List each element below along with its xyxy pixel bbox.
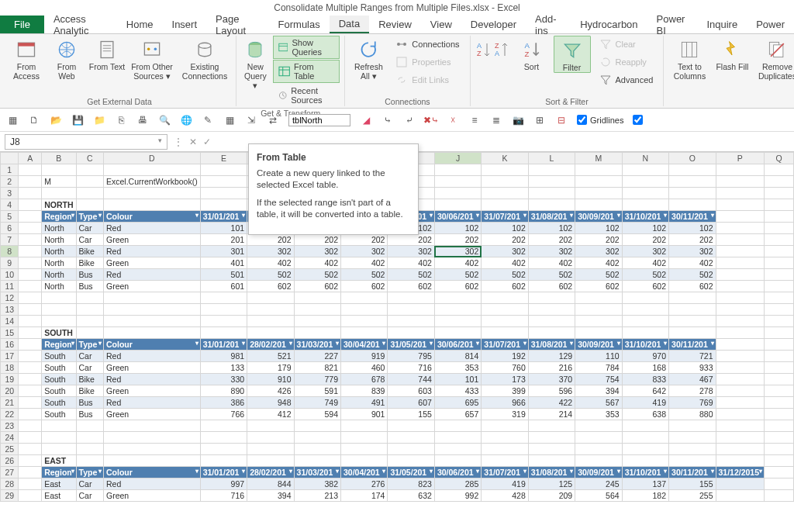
cell-Q19[interactable]: [764, 374, 793, 385]
row-header-4[interactable]: 4: [1, 199, 19, 211]
cell-A7[interactable]: [19, 234, 42, 246]
cell-O18[interactable]: 933: [669, 362, 716, 374]
cell-A4[interactable]: [19, 199, 42, 211]
cell-G17[interactable]: 227: [294, 351, 340, 362]
cell-J3[interactable]: [434, 188, 481, 199]
cell-J26[interactable]: [434, 455, 481, 467]
cell-E5[interactable]: 31/01/201: [200, 211, 247, 223]
row-header-2[interactable]: 2: [1, 176, 19, 188]
cell-M27[interactable]: 30/09/201: [575, 467, 622, 478]
folder-icon[interactable]: 📁: [93, 114, 105, 126]
cell-D13[interactable]: [104, 304, 201, 316]
cell-B8[interactable]: North: [42, 246, 76, 257]
cell-N18[interactable]: 168: [622, 362, 668, 374]
cell-J28[interactable]: 285: [434, 478, 481, 490]
cell-Q27[interactable]: [764, 467, 793, 478]
cell-I16[interactable]: 31/05/201: [388, 339, 434, 351]
cell-K26[interactable]: [482, 455, 528, 467]
existing-connections-button[interactable]: Existing Connections: [178, 36, 231, 81]
cell-E11[interactable]: 601: [200, 281, 247, 292]
cell-N12[interactable]: [622, 292, 668, 304]
cell-L14[interactable]: [528, 316, 575, 327]
cell-O11[interactable]: 602: [669, 281, 716, 292]
cell-F7[interactable]: 202: [247, 234, 294, 246]
cell-J1[interactable]: [434, 164, 481, 176]
text-to-columns-button[interactable]: Text to Columns: [668, 36, 710, 81]
cell-E22[interactable]: 766: [200, 409, 247, 420]
cell-B18[interactable]: South: [42, 362, 76, 374]
cell-P7[interactable]: [716, 234, 764, 246]
cell-N20[interactable]: 642: [622, 385, 668, 397]
cell-A11[interactable]: [19, 281, 42, 292]
tab-developer[interactable]: Developer: [461, 16, 526, 33]
cell-L16[interactable]: 31/08/201: [528, 339, 575, 351]
cell-K7[interactable]: 202: [482, 234, 528, 246]
cell-C17[interactable]: Car: [76, 351, 103, 362]
cell-J21[interactable]: 695: [434, 397, 481, 409]
cell-E3[interactable]: [200, 188, 247, 199]
cell-I9[interactable]: 402: [388, 257, 434, 269]
cell-Q5[interactable]: [764, 211, 793, 223]
cell-O24[interactable]: [669, 432, 716, 444]
cell-A27[interactable]: [19, 467, 42, 478]
cell-M24[interactable]: [575, 432, 622, 444]
cell-G27[interactable]: 31/03/201: [294, 467, 340, 478]
col-header-L[interactable]: L: [528, 153, 575, 164]
cell-C1[interactable]: [76, 164, 103, 176]
cell-M25[interactable]: [575, 444, 622, 455]
cell-O7[interactable]: 202: [669, 234, 716, 246]
row-header-25[interactable]: 25: [1, 444, 19, 455]
cell-O25[interactable]: [669, 444, 716, 455]
fx-split-icon[interactable]: ⋮: [174, 136, 183, 147]
cell-I10[interactable]: 502: [388, 269, 434, 281]
cell-C20[interactable]: Bike: [76, 385, 103, 397]
tab-page-layout[interactable]: Page Layout: [206, 16, 269, 33]
cell-H17[interactable]: 919: [341, 351, 388, 362]
cell-B29[interactable]: East: [42, 490, 76, 502]
cell-O1[interactable]: [669, 164, 716, 176]
new-query-button[interactable]: New Query ▾: [241, 36, 270, 90]
cell-E7[interactable]: 201: [200, 234, 247, 246]
cell-F24[interactable]: [247, 432, 294, 444]
cell-O28[interactable]: 155: [669, 478, 716, 490]
cell-B11[interactable]: North: [42, 281, 76, 292]
cell-I25[interactable]: [388, 444, 434, 455]
cell-P2[interactable]: [716, 176, 764, 188]
row-header-16[interactable]: 16: [1, 339, 19, 351]
cell-N9[interactable]: 402: [622, 257, 668, 269]
cell-O22[interactable]: 880: [669, 409, 716, 420]
row-header-10[interactable]: 10: [1, 269, 19, 281]
cell-D15[interactable]: [104, 327, 201, 339]
cell-P9[interactable]: [716, 257, 764, 269]
row-header-12[interactable]: 12: [1, 292, 19, 304]
cell-G19[interactable]: 779: [294, 374, 340, 385]
cell-E8[interactable]: 301: [200, 246, 247, 257]
cell-A29[interactable]: [19, 490, 42, 502]
cell-J23[interactable]: [434, 420, 481, 432]
col-header-E[interactable]: E: [200, 153, 247, 164]
cell-P22[interactable]: [716, 409, 764, 420]
cell-B17[interactable]: South: [42, 351, 76, 362]
cell-C9[interactable]: Bike: [76, 257, 103, 269]
cell-P8[interactable]: [716, 246, 764, 257]
cell-K18[interactable]: 760: [482, 362, 528, 374]
eraser-icon[interactable]: ◢: [360, 114, 372, 126]
cell-P15[interactable]: [716, 327, 764, 339]
cell-G23[interactable]: [294, 420, 340, 432]
cell-J22[interactable]: 657: [434, 409, 481, 420]
cell-H15[interactable]: [341, 327, 388, 339]
tab-data[interactable]: Data: [330, 16, 369, 33]
cell-D10[interactable]: Red: [104, 269, 201, 281]
cell-J4[interactable]: [434, 199, 481, 211]
cell-Q8[interactable]: [764, 246, 793, 257]
cell-P28[interactable]: [716, 478, 764, 490]
cell-F27[interactable]: 28/02/201: [247, 467, 294, 478]
cell-B1[interactable]: [42, 164, 76, 176]
cell-O15[interactable]: [669, 327, 716, 339]
tab-review[interactable]: Review: [369, 16, 421, 33]
cell-N5[interactable]: 31/10/201: [622, 211, 668, 223]
cell-G10[interactable]: 502: [294, 269, 340, 281]
cell-G25[interactable]: [294, 444, 340, 455]
col-header-K[interactable]: K: [482, 153, 528, 164]
tab-view[interactable]: View: [421, 16, 461, 33]
